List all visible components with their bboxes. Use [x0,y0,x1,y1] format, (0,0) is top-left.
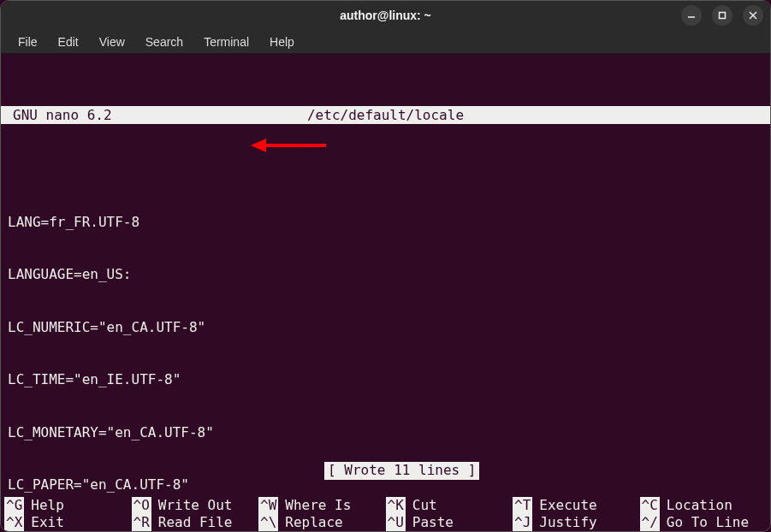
shortcut-justify: ^JJustify [513,514,640,531]
shortcut-writeout: ^OWrite Out [132,497,259,514]
shortcut-key: ^T [513,497,532,514]
shortcut-key: ^C [640,497,660,514]
maximize-button[interactable] [712,5,732,26]
shortcut-gotoline: ^/Go To Line [640,514,768,531]
file-line: LANGUAGE=en_US: [8,266,763,284]
shortcut-exit: ^XExit [4,514,132,531]
shortcut-key: ^K [386,497,406,514]
shortcut-cut: ^KCut [386,497,513,514]
shortcut-readfile: ^RRead File [132,514,259,531]
nano-header: GNU nano 6.2 /etc/default/locale [1,106,770,124]
nano-shortcut-bar: ^GHelp ^OWrite Out ^WWhere Is ^KCut ^TEx… [1,497,770,532]
shortcut-key: ^X [4,514,24,531]
shortcut-label: Location [667,497,732,514]
file-line: LC_MONETARY="en_CA.UTF-8" [8,424,763,442]
window-controls [669,5,763,26]
svg-rect-1 [720,13,726,19]
close-icon [748,10,758,21]
shortcut-help: ^GHelp [4,497,132,514]
file-line: LANG=fr_FR.UTF-8 [8,214,763,232]
menu-search[interactable]: Search [137,33,192,50]
file-line: LC_TIME="en_IE.UTF-8" [8,371,763,389]
menubar: File Edit View Search Terminal Help [1,30,770,54]
file-line: LC_NUMERIC="en_CA.UTF-8" [8,319,763,337]
shortcut-label: Read File [158,514,233,531]
menu-edit[interactable]: Edit [50,33,87,50]
shortcut-whereis: ^WWhere Is [258,497,386,514]
shortcut-key: ^\ [258,514,278,531]
menu-help[interactable]: Help [261,33,303,50]
annotation-arrow-icon [217,115,328,180]
shortcut-replace: ^\Replace [258,514,386,531]
shortcut-key: ^O [132,497,151,514]
shortcut-label: Cut [412,497,437,514]
nano-status-text: [ Wrote 11 lines ] [324,462,479,479]
shortcut-key: ^/ [640,514,660,531]
menu-terminal[interactable]: Terminal [195,33,258,50]
titlebar: author@linux: ~ [1,1,770,30]
nano-status-bar: [ Wrote 11 lines ] [1,445,770,497]
nano-filepath: /etc/default/locale [1,107,770,124]
shortcut-label: Write Out [158,497,233,514]
shortcut-label: Help [31,497,64,514]
shortcut-key: ^J [513,514,532,531]
maximize-icon [717,10,727,21]
shortcut-execute: ^TExecute [513,497,640,514]
shortcut-label: Exit [31,514,64,531]
menu-view[interactable]: View [91,33,133,50]
shortcut-label: Execute [539,497,596,514]
window-title: author@linux: ~ [102,9,669,22]
shortcut-key: ^U [386,514,406,531]
shortcut-paste: ^UPaste [386,514,513,531]
terminal-viewport[interactable]: GNU nano 6.2 /etc/default/locale LANG=fr… [1,54,770,532]
shortcut-label: Replace [285,514,342,531]
svg-marker-5 [251,139,266,152]
shortcut-key: ^W [258,497,278,514]
shortcut-key: ^G [4,497,24,514]
shortcut-location: ^CLocation [640,497,768,514]
menu-file[interactable]: File [9,33,46,50]
shortcut-label: Where Is [285,497,351,514]
minimize-button[interactable] [681,5,702,26]
close-button[interactable] [743,5,763,26]
shortcut-label: Paste [412,514,454,531]
shortcut-label: Justify [539,514,596,531]
shortcut-key: ^R [132,514,151,531]
shortcut-label: Go To Line [667,514,749,531]
minimize-icon [686,10,697,21]
